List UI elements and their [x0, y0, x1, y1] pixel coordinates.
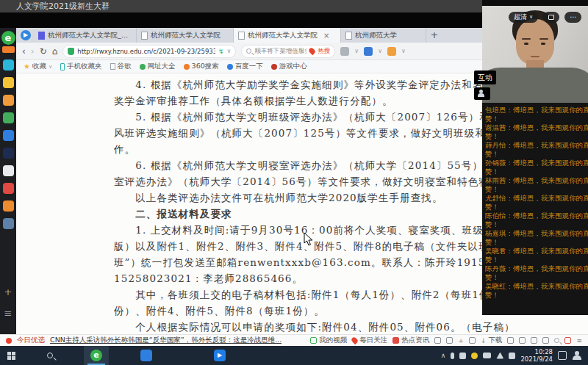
hot-news-button[interactable]: 热点资讯 [392, 336, 429, 345]
bookmark-game-center[interactable]: 游戏中心 [271, 62, 307, 71]
extensions-grid-icon[interactable] [364, 47, 373, 56]
bookmark-baidu[interactable]: 百度一下 [227, 62, 263, 71]
interact-tab[interactable]: 互动 [474, 71, 496, 84]
search-input[interactable]: 顺丰将下架增值服务 [254, 47, 306, 56]
promo-badge-icon[interactable] [2, 46, 15, 53]
red-badge-icon[interactable] [564, 337, 571, 344]
page-icon [110, 63, 115, 70]
today-pick-label[interactable]: 今日优选 [17, 336, 45, 345]
star-icon: ★ [24, 62, 30, 71]
more-options-button[interactable]: ⋯ [564, 12, 581, 23]
bookmark-google[interactable]: 谷歌 [110, 62, 132, 71]
tab-baidu-search[interactable]: 杭州师范大学人文学院_百度搜... [34, 28, 137, 43]
screenshot-dropdown-icon[interactable]: ∨ [354, 48, 359, 54]
app-sidebar: e + ≡ [0, 28, 16, 346]
sidebar-app-icon[interactable] [3, 112, 14, 123]
forward-button[interactable]: › [31, 43, 35, 59]
sidebar-app-icon[interactable] [3, 95, 14, 106]
message-icon[interactable] [531, 337, 537, 344]
camera-icon[interactable] [483, 353, 491, 358]
baidu-icon [227, 64, 233, 70]
bookmark-360-search[interactable]: 360搜索 [184, 62, 219, 71]
quality-selector[interactable]: 超清 ∨ [509, 12, 538, 23]
security-dropdown-icon[interactable]: ∨ [401, 48, 406, 54]
folder-icon[interactable] [507, 337, 514, 344]
phone-icon [60, 63, 65, 71]
sidebar-app-icon[interactable] [3, 200, 14, 212]
chat-message: 孙锦薇：傅培恩，我来围观你的直播啦，为你点赞！ [485, 159, 588, 176]
start-button[interactable] [0, 346, 22, 365]
news-headline-link[interactable]: CNN主持人采访韩外长称韩国是“反华国家”，韩外长反驳：这是冷战思维... [50, 336, 282, 345]
sidebar-menu-icon[interactable]: ≡ [0, 308, 16, 319]
refresh-button[interactable]: ↻ [40, 43, 47, 59]
bookmark-phone-favorites[interactable]: 手机收藏夹 [60, 62, 102, 71]
session-icon[interactable]: ▶ [21, 30, 31, 40]
speaker-icon[interactable] [542, 337, 549, 344]
new-tab-button[interactable]: + [426, 28, 442, 43]
search-box[interactable]: 顺丰将下架增值服务 热搜 [241, 45, 335, 58]
security-shield-icon[interactable] [387, 47, 396, 56]
screenshot-tool-icon[interactable] [340, 47, 349, 56]
bookmark-favorites[interactable]: ★ 收藏 ∨ [24, 62, 52, 71]
clock-date: 2021/9/24 [520, 355, 553, 363]
chevron-down-icon: ∨ [529, 12, 533, 23]
sidebar-add-icon[interactable]: + [0, 286, 16, 297]
tab-close-icon[interactable]: × [323, 32, 329, 40]
mic-tool-icon[interactable] [469, 337, 476, 344]
site-safety-icon[interactable] [68, 48, 74, 55]
volume-icon[interactable] [509, 353, 515, 359]
viewers-icon[interactable] [474, 87, 490, 100]
chat-message-list[interactable]: 包培恩：傅培恩，我来围观你的直播啦，为你点赞！ 谢温茜：傅培恩，我来围观你的直播… [482, 103, 588, 315]
printer-icon[interactable] [519, 337, 526, 344]
network-icon[interactable] [496, 353, 503, 359]
security-app-icon[interactable] [471, 353, 478, 359]
sidebar-app-icon[interactable] [3, 148, 14, 159]
browser-logo-icon[interactable]: e [1, 31, 15, 45]
hot-search-label[interactable]: 热搜 [318, 47, 330, 56]
chevron-down-icon: ∨ [49, 64, 52, 70]
people-icon[interactable] [572, 351, 582, 360]
my-video-button[interactable]: 我的视频 [310, 336, 347, 345]
daily-follow-button[interactable]: 每日关注 [352, 336, 387, 345]
sidebar-app-icon[interactable] [3, 59, 14, 71]
search-icon [47, 353, 53, 358]
taskbar-app-messenger[interactable] [134, 346, 159, 365]
tab-rwxy-1[interactable]: 杭州师范大学人文学院 [137, 28, 234, 43]
taskbar-search-button[interactable] [35, 346, 65, 365]
add-gadget-icon[interactable]: + [458, 337, 464, 344]
share-screen-button[interactable] [543, 12, 559, 23]
download-button[interactable]: ↓ 下载 [481, 336, 503, 345]
notification-icon[interactable] [459, 353, 466, 359]
sidebar-app-icon[interactable] [3, 77, 14, 88]
browser-status-bar: 今日优选 CNN主持人采访韩外长称韩国是“反华国家”，韩外长反驳：这是冷战思维.… [0, 334, 588, 346]
capture-icon[interactable] [446, 337, 453, 344]
home-button[interactable]: ⌂ [52, 43, 58, 59]
taskbar-app-browser[interactable]: e [84, 346, 109, 365]
address-dropdown-icon[interactable]: ∨ [226, 48, 231, 54]
chat-message: 杨嘉琪：傅培恩，我来围观你的直播啦，为你点赞！ [485, 229, 588, 246]
url-text[interactable]: http://rwxy.hznu.edu.cn/c/2021-09-23/259… [77, 48, 215, 55]
chat-message: 陈伯怡：傅培恩，我来围观你的直播啦，为你点赞！ [485, 212, 588, 228]
status-menu-icon[interactable]: ≡ [576, 337, 582, 344]
shield-icon[interactable] [434, 337, 441, 344]
zoom-search-icon[interactable] [554, 338, 559, 343]
taskbar-clock[interactable]: 10:28 2021/9/24 [520, 348, 553, 363]
action-center-icon[interactable] [558, 351, 567, 360]
tab-favicon [38, 32, 45, 40]
sidebar-app-icon[interactable] [3, 183, 14, 194]
bookmark-sites[interactable]: 网址大全 [140, 62, 176, 71]
microphone-icon[interactable] [451, 353, 454, 359]
sidebar-app-icon[interactable] [3, 165, 14, 176]
tab-hznu[interactable]: 杭州师范大学 [341, 28, 426, 43]
chat-message: 陈丹薇：傅培恩，我来围观你的直播啦，为你点赞！ [485, 264, 588, 281]
back-button[interactable]: ‹ [22, 43, 26, 59]
tab-rwxy-active[interactable]: 杭州师范大学人文学院 × [234, 28, 341, 43]
sidebar-app-icon[interactable] [3, 218, 14, 229]
extensions-dropdown-icon[interactable]: ∨ [378, 48, 382, 54]
tray-expand-icon[interactable]: ∧ [441, 352, 446, 359]
speed-mode-icon[interactable]: ↯ [218, 48, 224, 55]
taskbar-app-video[interactable]: ▶ [207, 346, 232, 365]
sidebar-app-icon[interactable] [3, 130, 14, 141]
today-pick-icon [6, 338, 12, 344]
address-bar[interactable]: http://rwxy.hznu.edu.cn/c/2021-09-23/259… [62, 45, 236, 58]
